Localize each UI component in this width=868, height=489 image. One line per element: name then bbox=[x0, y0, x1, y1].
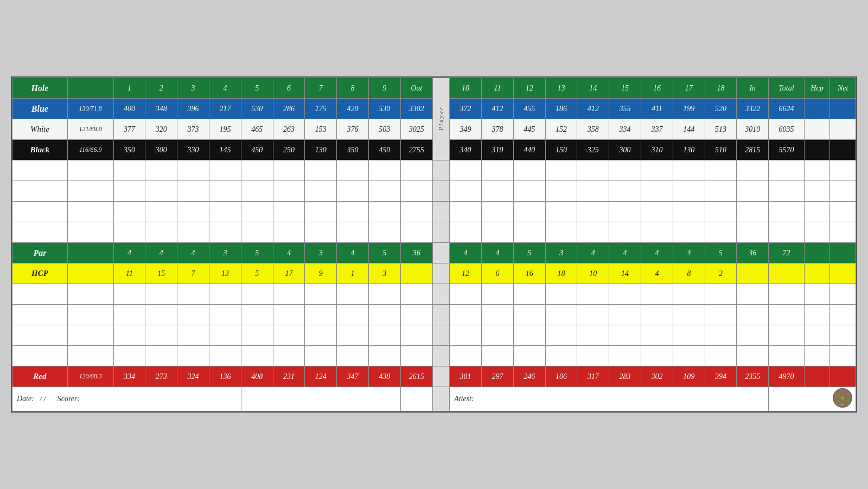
hcp-hcp bbox=[804, 263, 829, 284]
hcp-h17: 8 bbox=[673, 263, 705, 284]
par-out: 36 bbox=[400, 243, 432, 263]
blue-hcp bbox=[804, 99, 829, 119]
hcp-h9: 3 bbox=[368, 263, 400, 284]
header-h8: 8 bbox=[337, 78, 369, 99]
black-out: 2755 bbox=[400, 140, 432, 160]
hcp-total bbox=[769, 263, 805, 284]
red-h6: 231 bbox=[273, 366, 305, 387]
header-h10: 10 bbox=[450, 78, 482, 99]
par-h2: 4 bbox=[145, 243, 177, 263]
blue-h9: 530 bbox=[368, 99, 400, 119]
hcp-h18: 2 bbox=[705, 263, 737, 284]
blue-out: 3302 bbox=[400, 99, 432, 119]
par-h8: 4 bbox=[337, 243, 369, 263]
black-h7: 130 bbox=[305, 140, 337, 160]
red-net bbox=[830, 366, 856, 387]
header-h3: 3 bbox=[177, 78, 209, 99]
blue-h10: 372 bbox=[450, 99, 482, 119]
white-h7: 153 bbox=[305, 119, 337, 140]
hcp-out bbox=[400, 263, 432, 284]
white-h9: 503 bbox=[368, 119, 400, 140]
empty-row-5 bbox=[12, 284, 856, 305]
par-h4: 3 bbox=[209, 243, 241, 263]
white-h15: 334 bbox=[609, 119, 641, 140]
black-h15: 300 bbox=[609, 140, 641, 160]
black-h14: 325 bbox=[577, 140, 609, 160]
hcp-h12: 16 bbox=[513, 263, 545, 284]
red-h16: 302 bbox=[641, 366, 673, 387]
hcp-h6: 17 bbox=[273, 263, 305, 284]
blue-h18: 520 bbox=[705, 99, 737, 119]
black-h13: 150 bbox=[545, 140, 577, 160]
footer-logo-area: SG bbox=[769, 387, 856, 411]
par-row: Par 4 4 4 3 5 4 3 4 5 36 4 4 5 3 4 4 4 3… bbox=[12, 243, 856, 263]
header-h15: 15 bbox=[609, 78, 641, 99]
header-h14: 14 bbox=[577, 78, 609, 99]
par-h13: 3 bbox=[545, 243, 577, 263]
black-rating: 116/66.9 bbox=[67, 140, 113, 160]
header-h17: 17 bbox=[673, 78, 705, 99]
red-label: Red bbox=[12, 366, 68, 387]
header-h4: 4 bbox=[209, 78, 241, 99]
blue-in: 3322 bbox=[737, 99, 769, 119]
black-h18: 510 bbox=[705, 140, 737, 160]
red-h9: 438 bbox=[368, 366, 400, 387]
hcp-h16: 4 bbox=[641, 263, 673, 284]
white-h16: 337 bbox=[641, 119, 673, 140]
red-h17: 109 bbox=[673, 366, 705, 387]
empty-row-4 bbox=[12, 222, 856, 243]
par-h3: 4 bbox=[177, 243, 209, 263]
white-net bbox=[830, 119, 856, 140]
white-h3: 373 bbox=[177, 119, 209, 140]
header-h1: 1 bbox=[113, 78, 145, 99]
red-h13: 106 bbox=[545, 366, 577, 387]
white-total: 6035 bbox=[769, 119, 805, 140]
blue-h13: 186 bbox=[545, 99, 577, 119]
blue-h17: 199 bbox=[673, 99, 705, 119]
header-h5: 5 bbox=[241, 78, 273, 99]
white-h10: 349 bbox=[450, 119, 482, 140]
attest-label: Attest: bbox=[454, 395, 474, 403]
par-h9: 5 bbox=[368, 243, 400, 263]
header-rating bbox=[67, 78, 113, 99]
black-h4: 145 bbox=[209, 140, 241, 160]
blue-h4: 217 bbox=[209, 99, 241, 119]
blue-h14: 412 bbox=[577, 99, 609, 119]
red-h7: 124 bbox=[305, 366, 337, 387]
blue-h7: 175 bbox=[305, 99, 337, 119]
par-hcp bbox=[804, 243, 829, 263]
par-h7: 3 bbox=[305, 243, 337, 263]
red-rating: 120/68.3 bbox=[67, 366, 113, 387]
blue-h12: 455 bbox=[513, 99, 545, 119]
svg-text:SG: SG bbox=[841, 403, 845, 406]
hole-label: Hole bbox=[12, 78, 68, 99]
header-out: Out bbox=[400, 78, 432, 99]
empty-row-7 bbox=[12, 325, 856, 346]
scorecard: Hole 1 2 3 4 5 6 7 8 9 Out P l a y e r 1… bbox=[11, 76, 857, 413]
red-h15: 283 bbox=[609, 366, 641, 387]
hcp-h3: 7 bbox=[177, 263, 209, 284]
white-h12: 445 bbox=[513, 119, 545, 140]
hcp-h15: 14 bbox=[609, 263, 641, 284]
red-row: Red 120/68.3 334 273 324 136 408 231 124… bbox=[12, 366, 856, 387]
black-h6: 250 bbox=[273, 140, 305, 160]
hcp-h10: 12 bbox=[450, 263, 482, 284]
black-net bbox=[830, 140, 856, 160]
black-h17: 130 bbox=[673, 140, 705, 160]
header-h18: 18 bbox=[705, 78, 737, 99]
hcp-label: HCP bbox=[12, 263, 68, 284]
red-h12: 246 bbox=[513, 366, 545, 387]
white-h5: 465 bbox=[241, 119, 273, 140]
white-h11: 378 bbox=[482, 119, 514, 140]
logo-icon: SG bbox=[833, 388, 852, 408]
par-h14: 4 bbox=[577, 243, 609, 263]
par-in: 36 bbox=[737, 243, 769, 263]
par-h11: 4 bbox=[482, 243, 514, 263]
black-h1: 350 bbox=[113, 140, 145, 160]
hcp-rating bbox=[67, 263, 113, 284]
red-h18: 394 bbox=[705, 366, 737, 387]
header-h13: 13 bbox=[545, 78, 577, 99]
footer-space1 bbox=[241, 387, 400, 411]
white-h13: 152 bbox=[545, 119, 577, 140]
scorer-label: Scorer: bbox=[58, 395, 80, 403]
